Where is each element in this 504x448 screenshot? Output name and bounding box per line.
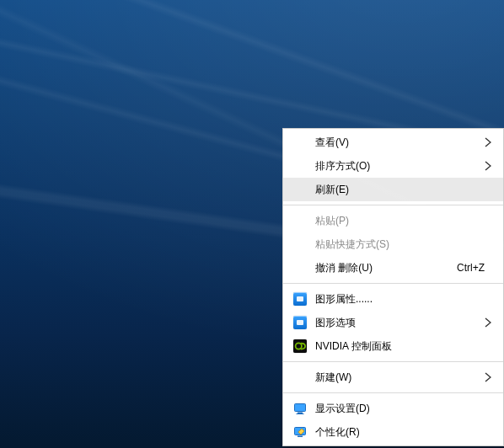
svg-rect-3 [297, 413, 304, 414]
menu-item-label: 粘贴快捷方式(S) [312, 237, 485, 252]
menu-item-label: NVIDIA 控制面板 [312, 339, 485, 354]
svg-point-0 [296, 343, 302, 349]
svg-rect-5 [298, 436, 303, 438]
menu-item-view[interactable]: 查看(V) [283, 131, 503, 154]
menu-item-refresh[interactable]: 刷新(E) [283, 178, 503, 201]
menu-item-display-settings[interactable]: 显示设置(D) [283, 397, 503, 420]
menu-item-label: 图形属性...... [312, 292, 485, 307]
menu-item-new[interactable]: 新建(W) [283, 365, 503, 389]
menu-item-label: 粘贴(P) [312, 214, 485, 228]
menu-item-label: 图形选项 [312, 316, 485, 330]
menu-separator [283, 361, 503, 362]
desktop-context-menu: 查看(V) 排序方式(O) 刷新(E) 粘贴(P) 粘贴快捷方式(S) [282, 128, 504, 446]
menu-item-label: 新建(W) [312, 371, 485, 385]
submenu-arrow-icon [485, 161, 496, 171]
menu-item-label: 显示设置(D) [312, 402, 485, 416]
menu-item-accelerator: Ctrl+Z [457, 262, 485, 274]
menu-item-personalize[interactable]: 个性化(R) [283, 420, 503, 444]
menu-item-graphics-options[interactable]: 图形选项 [283, 311, 503, 334]
menu-item-nvidia-control-panel[interactable]: NVIDIA 控制面板 [283, 334, 503, 358]
menu-item-graphics-properties[interactable]: 图形属性...... [283, 287, 503, 311]
menu-separator [283, 283, 503, 284]
menu-item-label: 个性化(R) [312, 425, 485, 440]
menu-separator [283, 205, 503, 205]
menu-item-label: 刷新(E) [312, 183, 485, 197]
menu-separator [283, 392, 503, 393]
svg-rect-1 [295, 404, 306, 412]
menu-item-sort[interactable]: 排序方式(O) [283, 154, 503, 178]
intel-graphics-icon [293, 316, 307, 329]
submenu-arrow-icon [485, 372, 496, 382]
nvidia-icon [293, 339, 307, 353]
svg-rect-2 [298, 413, 303, 414]
submenu-arrow-icon [485, 317, 496, 328]
menu-item-label: 撤消 删除(U) [312, 261, 443, 275]
monitor-icon [293, 402, 307, 415]
menu-item-undo-delete[interactable]: 撤消 删除(U) Ctrl+Z [283, 256, 503, 280]
menu-item-paste: 粘贴(P) [283, 209, 503, 232]
intel-graphics-icon [293, 292, 307, 306]
menu-item-label: 查看(V) [312, 136, 485, 150]
menu-item-label: 排序方式(O) [312, 159, 485, 173]
personalize-icon [293, 425, 307, 439]
menu-item-paste-shortcut: 粘贴快捷方式(S) [283, 232, 503, 256]
desktop-background[interactable]: 查看(V) 排序方式(O) 刷新(E) 粘贴(P) 粘贴快捷方式(S) [0, 0, 504, 448]
submenu-arrow-icon [485, 137, 496, 147]
